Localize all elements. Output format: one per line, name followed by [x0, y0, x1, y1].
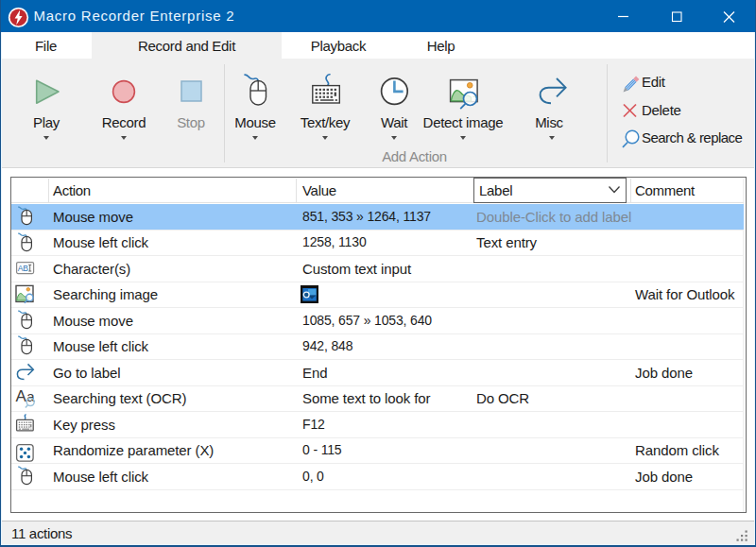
svg-text:AB: AB	[18, 264, 28, 273]
